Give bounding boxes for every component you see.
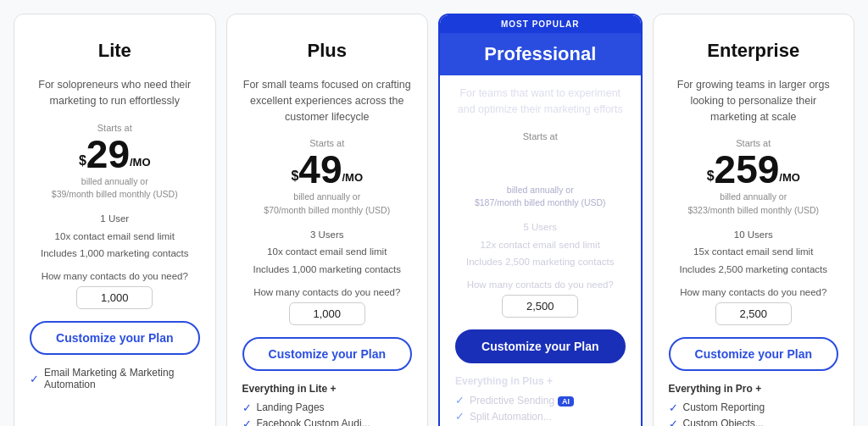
contacts-select[interactable]: 2,500 xyxy=(502,295,578,318)
contacts-input-wrap: 1,000 xyxy=(30,286,200,309)
price-per: /MO xyxy=(779,171,800,184)
feature-list: ✓ Landing Pages ✓ Facebook Custom Audi..… xyxy=(242,401,413,426)
currency-symbol: $ xyxy=(291,169,298,184)
feature-item: ✓ Custom Reporting xyxy=(669,401,839,414)
feature-item: ✓ Custom Objects... xyxy=(669,418,839,426)
price-amount: 29 xyxy=(86,135,130,174)
contacts-label: How many contacts do you need? xyxy=(455,279,626,290)
plan-features-brief: 1 User10x contact email send limitInclud… xyxy=(30,210,200,263)
contacts-select[interactable]: 1,000 xyxy=(76,286,153,309)
contacts-label: How many contacts do you need? xyxy=(30,271,200,281)
plan-description: For solopreneurs who need their marketin… xyxy=(30,77,200,109)
plans-container: Lite For solopreneurs who need their mar… xyxy=(14,14,854,426)
plan-name: Enterprise xyxy=(669,40,839,62)
plan-card-lite: Lite For solopreneurs who need their mar… xyxy=(14,14,216,426)
feature-list: ✓ Custom Reporting ✓ Custom Objects... xyxy=(669,401,839,426)
popular-badge: MOST POPULAR xyxy=(440,15,641,33)
feature-item: ✓ Split Automation... xyxy=(455,410,626,423)
feature-text: Facebook Custom Audi... xyxy=(257,418,370,426)
starts-at-label: Starts at xyxy=(30,123,200,133)
price-per: /MO xyxy=(342,171,364,184)
customize-plan-button[interactable]: Customize your Plan xyxy=(30,321,200,355)
price-amount: 259 xyxy=(715,150,780,189)
feature-text: Landing Pages xyxy=(257,401,325,413)
feature-item: ✓ Predictive SendingAI xyxy=(455,394,626,407)
plan-name: Lite xyxy=(30,40,200,62)
check-icon: ✓ xyxy=(30,373,39,385)
contacts-input-wrap: 1,000 xyxy=(242,302,413,325)
feature-text: Custom Reporting xyxy=(683,401,765,413)
plan-card-plus: Plus For small teams focused on crafting… xyxy=(226,14,429,426)
plan-description: For growing teams in larger orgs looking… xyxy=(669,77,839,124)
currency-symbol: $ xyxy=(493,162,501,177)
price-per: /MO xyxy=(566,164,587,177)
plan-description: For teams that want to experiment and op… xyxy=(455,86,626,118)
feature-item: ✓ Facebook Custom Audi... xyxy=(242,418,413,426)
plan-description: For small teams focused on crafting exce… xyxy=(242,77,413,124)
price-row: $ 29 /MO xyxy=(30,135,200,174)
everything-in-label: Everything in Pro + xyxy=(669,383,839,395)
customize-plan-button[interactable]: Customize your Plan xyxy=(242,337,413,371)
everything-in-label: Everything in Plus + xyxy=(455,375,626,387)
price-row: $ 49 /MO xyxy=(242,150,413,189)
contacts-input-wrap: 2,500 xyxy=(455,295,626,318)
price-amount: 149 xyxy=(501,143,566,182)
currency-symbol: $ xyxy=(79,153,86,169)
plan-card-professional: MOST POPULAR Professional For teams that… xyxy=(438,14,643,426)
check-icon: ✓ xyxy=(242,418,252,426)
everything-in-label: Everything in Lite + xyxy=(242,383,413,395)
plan-header: Enterprise xyxy=(669,31,839,67)
billed-info: billed annually or$70/month billed month… xyxy=(242,191,413,218)
feature-text: Custom Objects... xyxy=(683,418,764,426)
plan-features-brief: 10 Users15x contact email send limitIncl… xyxy=(669,226,839,279)
check-icon: ✓ xyxy=(455,410,465,423)
feature-list: ✓ Email Marketing & Marketing Automation xyxy=(30,367,200,394)
plan-card-enterprise: Enterprise For growing teams in larger o… xyxy=(653,14,855,426)
contacts-select[interactable]: 2,500 xyxy=(715,302,792,325)
billed-info: billed annually or$187/month billed mont… xyxy=(455,184,626,211)
price-row: $ 259 /MO xyxy=(669,150,839,189)
contacts-label: How many contacts do you need? xyxy=(669,287,839,297)
check-icon: ✓ xyxy=(455,394,465,407)
billed-info: billed annually or$323/month billed mont… xyxy=(669,191,839,218)
plan-name: Plus xyxy=(242,40,413,62)
price-amount: 49 xyxy=(298,150,342,189)
feature-text: Split Automation... xyxy=(470,411,552,423)
check-icon: ✓ xyxy=(669,418,678,426)
feature-list: ✓ Predictive SendingAI ✓ Split Automatio… xyxy=(455,394,626,426)
plan-name: Professional xyxy=(455,43,626,65)
price-per: /MO xyxy=(130,156,151,169)
customize-plan-button[interactable]: Customize your Plan xyxy=(455,329,626,363)
customize-plan-button[interactable]: Customize your Plan xyxy=(669,337,839,371)
plan-header: Lite xyxy=(30,31,200,67)
check-icon: ✓ xyxy=(669,401,678,414)
plan-header: Professional xyxy=(440,33,641,75)
starts-at-label: Starts at xyxy=(455,131,626,141)
feature-item: ✓ Landing Pages xyxy=(242,401,413,414)
price-row: $ 149 /MO xyxy=(455,143,626,182)
contacts-label: How many contacts do you need? xyxy=(242,287,413,297)
contacts-select[interactable]: 1,000 xyxy=(289,302,365,325)
feature-text: Email Marketing & Marketing Automation xyxy=(44,367,200,390)
feature-item: ✓ Email Marketing & Marketing Automation xyxy=(30,367,200,390)
plan-features-brief: 3 Users10x contact email send limitInclu… xyxy=(242,226,413,279)
plan-header: Plus xyxy=(242,31,413,67)
contacts-input-wrap: 2,500 xyxy=(669,302,839,325)
plan-features-brief: 5 Users12x contact email send limitInclu… xyxy=(455,219,626,271)
check-icon: ✓ xyxy=(242,401,252,414)
feature-text: Predictive SendingAI xyxy=(470,395,574,407)
ai-badge: AI xyxy=(558,396,574,407)
currency-symbol: $ xyxy=(707,169,715,184)
billed-info: billed annually or$39/month billed month… xyxy=(30,175,200,202)
